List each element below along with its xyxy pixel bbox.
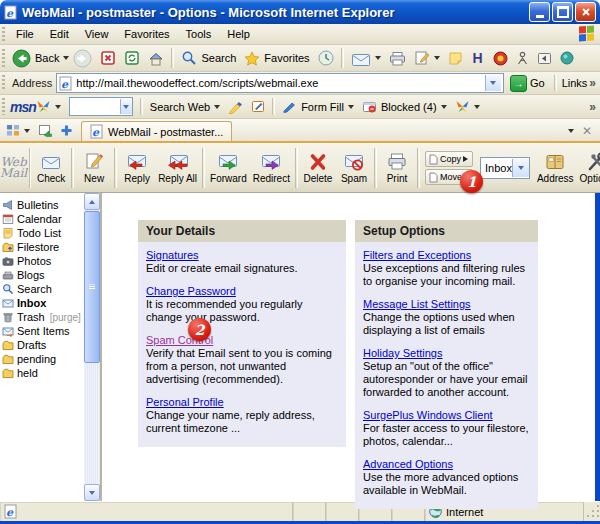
addon-badge-button[interactable] — [489, 49, 512, 68]
close-button[interactable] — [575, 2, 596, 22]
print-button[interactable] — [385, 49, 410, 68]
close-tab-icon[interactable]: ✕ — [582, 125, 592, 137]
menu-edit[interactable]: Edit — [42, 26, 77, 42]
reply-button[interactable]: Reply — [119, 144, 155, 192]
redirect-button[interactable]: Redirect — [250, 144, 293, 192]
msn-logo[interactable]: msn — [10, 99, 36, 115]
favorites-button[interactable]: Favorites — [240, 49, 313, 68]
msn-dropdown-icon[interactable] — [55, 105, 61, 109]
addon-teal-button[interactable] — [556, 49, 578, 67]
stop-button[interactable] — [96, 48, 120, 68]
refresh-button[interactable] — [120, 48, 144, 68]
scroll-down-button[interactable] — [84, 484, 100, 501]
resize-grip[interactable] — [584, 502, 600, 521]
combo-dropdown[interactable] — [512, 159, 529, 177]
search-web-button[interactable]: Search Web — [146, 99, 224, 115]
history-button[interactable] — [314, 48, 338, 68]
msn-search-dropdown[interactable] — [120, 99, 132, 114]
tab-list-button[interactable] — [34, 122, 56, 139]
scroll-up-button[interactable] — [84, 193, 100, 210]
sidebar-item-todo-list[interactable]: Todo List — [0, 226, 84, 240]
surgeplus-windows-client-link[interactable]: SurgePlus Windows Client — [363, 409, 493, 421]
sidebar-item-filestore[interactable]: Filestore — [0, 240, 84, 254]
sidebar-item-search[interactable]: Search — [0, 282, 84, 296]
forward-button[interactable] — [69, 47, 96, 70]
folder-select[interactable]: Inbox — [480, 157, 530, 179]
edit-dropdown-icon[interactable] — [434, 56, 440, 60]
mail-button[interactable] — [347, 48, 385, 68]
scrollbar-thumb[interactable] — [84, 211, 100, 363]
search-button[interactable]: Search — [177, 48, 240, 68]
address-button[interactable]: Address — [534, 144, 577, 192]
forward-button[interactable]: Forward — [207, 144, 250, 192]
quick-tabs-button[interactable] — [2, 122, 34, 139]
copy-button[interactable]: Copy — [425, 151, 473, 167]
msn-search-input[interactable] — [70, 100, 120, 114]
sidebar-item-held[interactable]: held — [0, 366, 84, 380]
edit-button[interactable] — [410, 48, 444, 68]
addon-h-button[interactable]: H — [467, 48, 489, 68]
go-button[interactable]: → Go — [504, 75, 551, 92]
sidebar-item-drafts[interactable]: Drafts — [0, 338, 84, 352]
delete-button[interactable]: Delete — [300, 144, 336, 192]
sidebar-item-pending[interactable]: pending — [0, 352, 84, 366]
chevrons-right-icon[interactable]: » — [589, 100, 600, 114]
tab-webmail[interactable]: e WebMail - postmaster... — [81, 121, 232, 141]
menu-favorites[interactable]: Favorites — [116, 26, 177, 42]
sidebar-item-blogs[interactable]: Blogs — [0, 268, 84, 282]
address-input[interactable] — [76, 77, 482, 89]
toolbar-grip[interactable] — [2, 49, 5, 67]
chevrons-right-icon[interactable]: » — [589, 76, 600, 90]
mail-dropdown-icon[interactable] — [375, 56, 381, 60]
options-icon — [587, 152, 600, 172]
signatures-link[interactable]: Signatures — [146, 249, 199, 261]
spam-button[interactable]: Spam — [336, 144, 372, 192]
annotation-step-1: 1 — [460, 170, 483, 193]
sidebar-item-label: Filestore — [17, 241, 59, 253]
sidebar-item-calendar[interactable]: Calendar — [0, 212, 84, 226]
sidebar-item-inbox[interactable]: Inbox — [0, 296, 84, 310]
new-button[interactable]: New — [76, 144, 112, 192]
address-dropdown[interactable] — [485, 75, 501, 91]
addon-person-button[interactable] — [512, 49, 533, 68]
sidebar-item-sent-items[interactable]: Sent Items — [0, 324, 84, 338]
form-fill-button[interactable]: Form Fill — [278, 98, 358, 115]
reply-all-button[interactable]: Reply All — [155, 144, 200, 192]
blocked-button[interactable]: Blocked (4) — [358, 98, 451, 116]
toolbar-grip[interactable] — [2, 75, 5, 90]
sidebar-item-bulletins[interactable]: Bulletins — [0, 198, 84, 212]
new-tab-button[interactable] — [56, 122, 77, 139]
messenger-button[interactable] — [451, 98, 484, 115]
home-button[interactable] — [144, 49, 168, 68]
menu-tools[interactable]: Tools — [178, 26, 220, 42]
options-button[interactable]: Options — [577, 144, 600, 192]
addon-box-button[interactable] — [533, 50, 556, 67]
filters-and-exceptions-link[interactable]: Filters and Exceptions — [363, 249, 471, 261]
sidebar-item-photos[interactable]: Photos — [0, 254, 84, 268]
message-list-settings-link[interactable]: Message List Settings — [363, 298, 471, 310]
maximize-button[interactable] — [552, 2, 573, 22]
scrollbar-track[interactable] — [84, 364, 100, 484]
popup-tool-button[interactable] — [247, 98, 269, 115]
tab-overflow-icon[interactable] — [568, 129, 574, 133]
change-password-link[interactable]: Change Password — [146, 285, 236, 297]
highlighter-button[interactable] — [224, 98, 247, 116]
toolbar-grip[interactable] — [2, 27, 5, 41]
history-icon — [318, 50, 334, 66]
toolbar-grip[interactable] — [2, 98, 5, 114]
holiday-settings-link[interactable]: Holiday Settings — [363, 347, 443, 359]
menu-file[interactable]: File — [8, 26, 42, 42]
menu-view[interactable]: View — [77, 26, 117, 42]
links-label[interactable]: Links — [560, 77, 590, 89]
sidebar-scrollbar[interactable] — [84, 193, 102, 501]
minimize-button[interactable] — [529, 2, 550, 22]
sidebar-item-trash[interactable]: Trash[purge] — [0, 310, 84, 324]
purge-link[interactable]: [purge] — [50, 312, 81, 323]
personal-profile-link[interactable]: Personal Profile — [146, 396, 224, 408]
back-button[interactable]: Back — [8, 47, 63, 70]
menu-help[interactable]: Help — [219, 26, 258, 42]
print-button[interactable]: Print — [379, 144, 415, 192]
advanced-options-link[interactable]: Advanced Options — [363, 458, 453, 470]
addon-note-button[interactable] — [444, 49, 467, 68]
check-button[interactable]: Check — [33, 144, 69, 192]
